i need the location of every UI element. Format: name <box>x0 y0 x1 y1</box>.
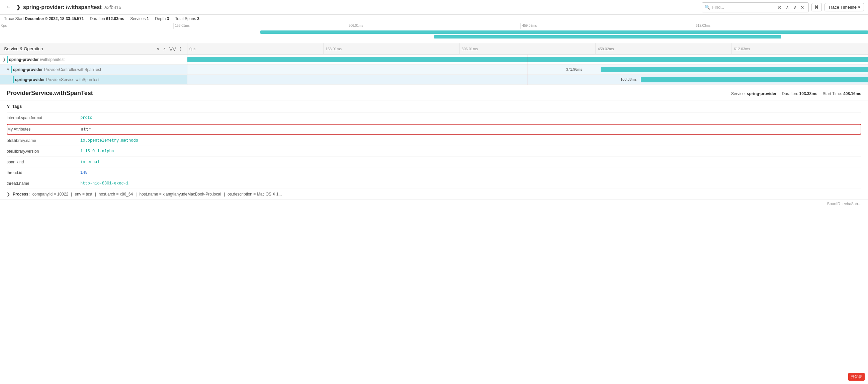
nav-icons: ∨ ∧ ⋁⋁ ⟫ <box>155 46 183 52</box>
trace-timeline-button[interactable]: Trace Timeline ▾ <box>825 3 864 11</box>
tag-key-4: span.kind <box>7 160 80 165</box>
minimap-tick-4: 612.03ms <box>694 23 868 29</box>
combined-header: Service & Operation ∨ ∧ ⋁⋁ ⟫ 0μs 153.01m… <box>0 43 868 55</box>
header-right: 🔍 ⊙ ∧ ∨ ✕ ⌘ Trace Timeline ▾ <box>702 2 864 12</box>
spans-list: ❯ spring-provider /withspan/test ∨ sprin… <box>0 55 187 85</box>
detail-start-time: Start Time: 408.16ms <box>823 91 861 96</box>
tag-row-5: thread.id 148 <box>7 168 861 178</box>
process-expand-icon[interactable]: ❯ <box>7 192 10 197</box>
tag-key-6: thread.name <box>7 181 80 186</box>
tag-row-2: otel.library.name io.opentelemetry.metho… <box>7 135 861 146</box>
process-separator-4: | <box>224 192 225 197</box>
search-down-icon[interactable]: ∨ <box>792 4 798 11</box>
left-panel-header: Service & Operation ∨ ∧ ⋁⋁ ⟫ <box>0 43 187 54</box>
timeline-tick-1: 153.01ms <box>323 43 460 54</box>
nav-down[interactable]: ∨ <box>155 46 161 52</box>
trace-meta-bar: Trace Start December 9 2022, 18:33:45.57… <box>0 15 868 23</box>
timeline-header: 0μs 153.01ms 306.01ms 459.02ms 612.03ms <box>187 43 868 54</box>
tag-value-5: 148 <box>80 170 88 175</box>
search-input[interactable] <box>712 5 774 10</box>
tag-row-0: internal.span.format proto <box>7 113 861 123</box>
timeline-tick-3: 459.02ms <box>596 43 732 54</box>
detail-duration: Duration: 103.38ms <box>782 91 817 96</box>
span1-operation: /withspan/test <box>40 57 65 62</box>
span2-toggle: ∨ <box>7 67 9 72</box>
tbar-container-3: 103.38ms <box>187 75 868 84</box>
span-id-label: SpanID: <box>827 202 841 206</box>
tbar-3 <box>641 77 868 82</box>
tbar-1 <box>187 57 868 62</box>
tag-value-4: internal <box>80 160 100 165</box>
span1-color <box>7 56 8 63</box>
search-box: 🔍 ⊙ ∧ ∨ ✕ <box>702 2 809 12</box>
tag-key-2: otel.library.name <box>7 138 80 143</box>
trace-title: ❯ spring-provider: /withspan/test a3fb81… <box>16 4 121 10</box>
trace-depth: Depth 3 <box>155 17 169 21</box>
tag-key-5: thread.id <box>7 170 80 175</box>
collapse-icon: ❯ <box>16 4 21 10</box>
search-up-icon[interactable]: ∧ <box>784 4 790 11</box>
span-row-1[interactable]: ❯ spring-provider /withspan/test <box>0 55 187 65</box>
nav-collapse-all[interactable]: ⟫ <box>178 46 183 52</box>
tag-key-3: otel.library.version <box>7 149 80 154</box>
process-label: Process: <box>13 192 30 197</box>
tag-row-3: otel.library.version 1.15.0.1-alpha <box>7 146 861 157</box>
trace-total-spans: Total Spans 3 <box>175 17 199 21</box>
trace-duration: Duration 612.03ms <box>90 17 124 21</box>
span-id-value: ecba8ab... <box>843 202 861 206</box>
nav-right[interactable]: ∧ <box>162 46 167 52</box>
service-path: spring-provider: /withspan/test <box>23 4 102 10</box>
span2-color <box>11 66 12 73</box>
tags-label: Tags <box>12 104 22 109</box>
process-separator-1: | <box>71 192 72 197</box>
search-nav-icon[interactable]: ⊙ <box>776 4 783 11</box>
span-row-3[interactable]: spring-provider ProviderService.withSpan… <box>0 75 187 85</box>
minimap-tick-2: 306.01ms <box>347 23 521 29</box>
detail-title: ProviderService.withSpanTest <box>7 90 93 97</box>
timeline-row-3[interactable]: 103.38ms <box>187 75 868 85</box>
process-separator-2: | <box>95 192 96 197</box>
tbar-container-2: 371.96ms <box>187 65 868 74</box>
minimap-bar-1 <box>260 30 868 34</box>
process-company-id: company.id = 10022 <box>32 192 69 197</box>
timeline-row-2[interactable]: 371.96ms <box>187 65 868 75</box>
process-os: os.description = Mac OS X 1... <box>227 192 282 197</box>
minimap-tick-3: 459.02ms <box>521 23 694 29</box>
span3-color <box>13 76 14 83</box>
span1-toggle: ❯ <box>3 57 6 62</box>
tag-value-2: io.opentelemetry.methods <box>80 138 138 143</box>
timeline-tick-2: 306.01ms <box>460 43 596 54</box>
watermark: 开发者 <box>848 373 865 381</box>
back-button[interactable]: ← <box>4 2 13 12</box>
span3-operation: ProviderService.withSpanTest <box>46 77 99 82</box>
minimap-ruler: 0μs 153.01ms 306.01ms 459.02ms 612.03ms <box>0 23 868 29</box>
span-row-2[interactable]: ∨ spring-provider ProviderController.wit… <box>0 65 187 75</box>
tbar-label-2: 371.96ms <box>566 67 582 71</box>
service-operation-label: Service & Operation <box>4 46 153 51</box>
tag-key-0: internal.span.format <box>7 116 80 120</box>
nav-expand[interactable]: ⋁⋁ <box>168 46 177 52</box>
timeline-row-1[interactable] <box>187 55 868 65</box>
search-icons: ⊙ ∧ ∨ ✕ <box>776 4 806 11</box>
search-icon: 🔍 <box>705 5 710 10</box>
tags-toggle[interactable]: ∨ Tags <box>7 100 861 113</box>
span2-service: spring-provider <box>13 67 43 72</box>
search-close-icon[interactable]: ✕ <box>799 4 806 11</box>
process-row: ❯ Process: company.id = 10022 | env = te… <box>0 189 868 199</box>
minimap-bar-2 <box>434 35 781 38</box>
trace-minimap[interactable]: 0μs 153.01ms 306.01ms 459.02ms 612.03ms <box>0 23 868 43</box>
tag-row-my-attributes: My Attributes attr <box>7 124 861 135</box>
detail-service: Service: spring-provider <box>731 91 776 96</box>
app-header: ← ❯ spring-provider: /withspan/test a3fb… <box>0 0 868 15</box>
span2-operation: ProviderController.withSpanTest <box>44 67 101 72</box>
timeline-rows: 371.96ms 103.38ms <box>187 55 868 85</box>
process-separator-3: | <box>135 192 136 197</box>
tag-value-my-attrs: attr <box>81 127 91 131</box>
trace-start-label: Trace Start December 9 2022, 18:33:45.57… <box>4 17 84 21</box>
process-host-name: host.name = xiangtianyudeMacBook-Pro.loc… <box>139 192 221 197</box>
tag-row-4: span.kind internal <box>7 157 861 168</box>
minimap-bars <box>0 29 868 43</box>
trace-services: Services 1 <box>130 17 149 21</box>
cmd-button[interactable]: ⌘ <box>811 3 822 11</box>
tags-section: ∨ Tags internal.span.format proto My Att… <box>0 100 868 189</box>
